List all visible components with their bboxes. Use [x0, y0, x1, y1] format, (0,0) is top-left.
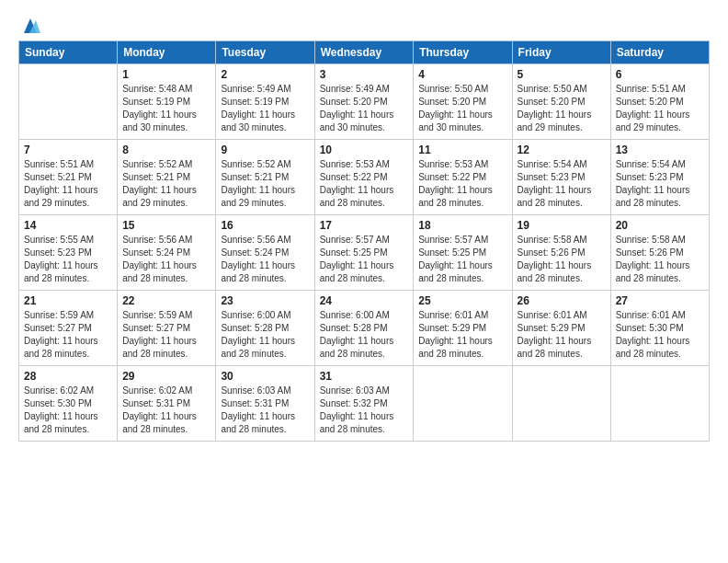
- week-row-3: 21Sunrise: 5:59 AM Sunset: 5:27 PM Dayli…: [19, 291, 710, 366]
- day-info: Sunrise: 5:56 AM Sunset: 5:24 PM Dayligh…: [122, 234, 210, 285]
- day-number: 5: [518, 68, 606, 81]
- calendar-cell: 19Sunrise: 5:58 AM Sunset: 5:26 PM Dayli…: [512, 215, 610, 291]
- day-info: Sunrise: 5:51 AM Sunset: 5:20 PM Dayligh…: [616, 83, 704, 134]
- day-info: Sunrise: 5:58 AM Sunset: 5:26 PM Dayligh…: [518, 234, 606, 285]
- day-info: Sunrise: 6:00 AM Sunset: 5:28 PM Dayligh…: [320, 309, 409, 361]
- calendar-cell: 11Sunrise: 5:53 AM Sunset: 5:22 PM Dayli…: [414, 140, 512, 215]
- day-number: 19: [518, 219, 606, 232]
- day-info: Sunrise: 5:52 AM Sunset: 5:21 PM Dayligh…: [221, 158, 309, 210]
- col-header-sunday: Sunday: [19, 41, 118, 64]
- calendar-cell: 25Sunrise: 6:01 AM Sunset: 5:29 PM Dayli…: [414, 291, 512, 366]
- day-info: Sunrise: 6:03 AM Sunset: 5:32 PM Dayligh…: [320, 385, 409, 436]
- col-header-friday: Friday: [512, 41, 610, 64]
- calendar-cell: 20Sunrise: 5:58 AM Sunset: 5:26 PM Dayli…: [610, 215, 709, 291]
- day-number: 30: [221, 370, 309, 383]
- calendar-cell: 3Sunrise: 5:49 AM Sunset: 5:20 PM Daylig…: [314, 64, 414, 140]
- day-number: 25: [418, 294, 506, 307]
- day-info: Sunrise: 5:54 AM Sunset: 5:23 PM Dayligh…: [518, 158, 606, 210]
- week-row-1: 7Sunrise: 5:51 AM Sunset: 5:21 PM Daylig…: [19, 140, 710, 215]
- calendar-cell: 2Sunrise: 5:49 AM Sunset: 5:19 PM Daylig…: [216, 64, 314, 140]
- day-number: 21: [24, 294, 112, 307]
- day-info: Sunrise: 5:49 AM Sunset: 5:19 PM Dayligh…: [221, 83, 309, 134]
- calendar-cell: 6Sunrise: 5:51 AM Sunset: 5:20 PM Daylig…: [610, 64, 709, 140]
- day-number: 14: [24, 219, 112, 232]
- day-number: 3: [320, 68, 409, 81]
- day-info: Sunrise: 6:01 AM Sunset: 5:29 PM Dayligh…: [518, 309, 606, 361]
- day-number: 4: [418, 68, 506, 81]
- calendar-cell: [512, 366, 610, 442]
- week-row-4: 28Sunrise: 6:02 AM Sunset: 5:30 PM Dayli…: [19, 366, 710, 442]
- week-row-2: 14Sunrise: 5:55 AM Sunset: 5:23 PM Dayli…: [19, 215, 710, 291]
- day-number: 29: [122, 370, 210, 383]
- day-number: 26: [518, 294, 606, 307]
- day-number: 9: [221, 144, 309, 156]
- calendar-cell: 12Sunrise: 5:54 AM Sunset: 5:23 PM Dayli…: [512, 140, 610, 215]
- day-info: Sunrise: 5:56 AM Sunset: 5:24 PM Dayligh…: [221, 234, 309, 285]
- col-header-wednesday: Wednesday: [314, 41, 414, 64]
- calendar-cell: [414, 366, 512, 442]
- day-number: 6: [616, 68, 704, 81]
- day-info: Sunrise: 6:01 AM Sunset: 5:29 PM Dayligh…: [418, 309, 506, 361]
- day-number: 27: [616, 294, 704, 307]
- calendar-cell: 16Sunrise: 5:56 AM Sunset: 5:24 PM Dayli…: [216, 215, 314, 291]
- calendar-cell: 27Sunrise: 6:01 AM Sunset: 5:30 PM Dayli…: [610, 291, 709, 366]
- day-info: Sunrise: 5:57 AM Sunset: 5:25 PM Dayligh…: [320, 234, 409, 285]
- day-number: 8: [122, 144, 210, 156]
- logo-icon: [20, 17, 40, 33]
- header: [18, 17, 710, 33]
- calendar-cell: 22Sunrise: 5:59 AM Sunset: 5:27 PM Dayli…: [118, 291, 216, 366]
- day-info: Sunrise: 6:02 AM Sunset: 5:31 PM Dayligh…: [122, 385, 210, 436]
- day-info: Sunrise: 6:03 AM Sunset: 5:31 PM Dayligh…: [221, 385, 309, 436]
- day-info: Sunrise: 5:51 AM Sunset: 5:21 PM Dayligh…: [24, 158, 112, 210]
- day-number: 12: [518, 144, 606, 156]
- day-number: 7: [24, 144, 112, 156]
- day-number: 15: [122, 219, 210, 232]
- calendar-cell: 9Sunrise: 5:52 AM Sunset: 5:21 PM Daylig…: [216, 140, 314, 215]
- day-info: Sunrise: 5:49 AM Sunset: 5:20 PM Dayligh…: [320, 83, 409, 134]
- logo: [18, 17, 40, 33]
- col-header-thursday: Thursday: [414, 41, 512, 64]
- calendar-header-row: SundayMondayTuesdayWednesdayThursdayFrid…: [19, 41, 710, 64]
- calendar-cell: 26Sunrise: 6:01 AM Sunset: 5:29 PM Dayli…: [512, 291, 610, 366]
- day-number: 13: [616, 144, 704, 156]
- day-info: Sunrise: 5:48 AM Sunset: 5:19 PM Dayligh…: [122, 83, 210, 134]
- calendar-cell: 14Sunrise: 5:55 AM Sunset: 5:23 PM Dayli…: [19, 215, 118, 291]
- day-info: Sunrise: 5:55 AM Sunset: 5:23 PM Dayligh…: [24, 234, 112, 285]
- calendar-table: SundayMondayTuesdayWednesdayThursdayFrid…: [18, 40, 710, 442]
- day-info: Sunrise: 5:57 AM Sunset: 5:25 PM Dayligh…: [418, 234, 506, 285]
- day-info: Sunrise: 5:59 AM Sunset: 5:27 PM Dayligh…: [122, 309, 210, 361]
- day-info: Sunrise: 6:02 AM Sunset: 5:30 PM Dayligh…: [24, 385, 112, 436]
- calendar-cell: 7Sunrise: 5:51 AM Sunset: 5:21 PM Daylig…: [19, 140, 118, 215]
- col-header-monday: Monday: [118, 41, 216, 64]
- week-row-0: 1Sunrise: 5:48 AM Sunset: 5:19 PM Daylig…: [19, 64, 710, 140]
- day-number: 10: [320, 144, 409, 156]
- calendar-cell: 28Sunrise: 6:02 AM Sunset: 5:30 PM Dayli…: [19, 366, 118, 442]
- calendar-cell: [19, 64, 118, 140]
- calendar-cell: 5Sunrise: 5:50 AM Sunset: 5:20 PM Daylig…: [512, 64, 610, 140]
- day-number: 2: [221, 68, 309, 81]
- calendar-cell: 15Sunrise: 5:56 AM Sunset: 5:24 PM Dayli…: [118, 215, 216, 291]
- day-number: 22: [122, 294, 210, 307]
- day-number: 1: [122, 68, 210, 81]
- day-number: 31: [320, 370, 409, 383]
- day-info: Sunrise: 5:58 AM Sunset: 5:26 PM Dayligh…: [616, 234, 704, 285]
- day-info: Sunrise: 6:00 AM Sunset: 5:28 PM Dayligh…: [221, 309, 309, 361]
- calendar-cell: 4Sunrise: 5:50 AM Sunset: 5:20 PM Daylig…: [414, 64, 512, 140]
- day-number: 16: [221, 219, 309, 232]
- calendar-cell: 24Sunrise: 6:00 AM Sunset: 5:28 PM Dayli…: [314, 291, 414, 366]
- day-info: Sunrise: 5:50 AM Sunset: 5:20 PM Dayligh…: [518, 83, 606, 134]
- calendar-cell: 21Sunrise: 5:59 AM Sunset: 5:27 PM Dayli…: [19, 291, 118, 366]
- day-number: 24: [320, 294, 409, 307]
- calendar-cell: 10Sunrise: 5:53 AM Sunset: 5:22 PM Dayli…: [314, 140, 414, 215]
- calendar-cell: 1Sunrise: 5:48 AM Sunset: 5:19 PM Daylig…: [118, 64, 216, 140]
- page: SundayMondayTuesdayWednesdayThursdayFrid…: [0, 0, 728, 563]
- day-number: 18: [418, 219, 506, 232]
- day-number: 20: [616, 219, 704, 232]
- day-info: Sunrise: 5:53 AM Sunset: 5:22 PM Dayligh…: [418, 158, 506, 210]
- calendar-cell: 17Sunrise: 5:57 AM Sunset: 5:25 PM Dayli…: [314, 215, 414, 291]
- day-info: Sunrise: 5:50 AM Sunset: 5:20 PM Dayligh…: [418, 83, 506, 134]
- day-info: Sunrise: 5:54 AM Sunset: 5:23 PM Dayligh…: [616, 158, 704, 210]
- day-number: 11: [418, 144, 506, 156]
- calendar-cell: 18Sunrise: 5:57 AM Sunset: 5:25 PM Dayli…: [414, 215, 512, 291]
- day-info: Sunrise: 6:01 AM Sunset: 5:30 PM Dayligh…: [616, 309, 704, 361]
